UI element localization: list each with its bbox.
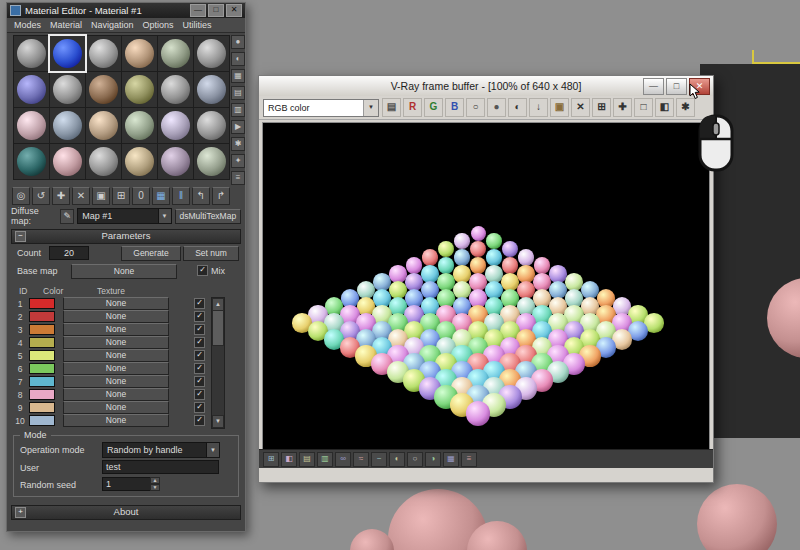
sample-slot[interactable] [86,72,121,107]
texture-none-button[interactable]: None [63,362,169,375]
map-type-button[interactable]: dsMultiTexMap [175,209,241,224]
sample-slot[interactable] [50,108,85,143]
texture-none-button[interactable]: None [63,297,169,310]
stamp-icon[interactable]: ▤ [299,452,315,467]
scroll-down-icon[interactable]: ▼ [212,415,224,428]
spinner-up-icon[interactable]: ▲ [150,477,160,484]
sample-slot[interactable] [158,108,193,143]
random-seed-input[interactable]: 1 [102,477,151,491]
reset-map-icon[interactable]: ✕ [72,187,90,205]
color-swatch[interactable] [29,337,55,348]
menu-navigation[interactable]: Navigation [91,20,134,30]
color-swatch[interactable] [29,389,55,400]
menu-utilities[interactable]: Utilities [183,20,212,30]
color-swatch[interactable] [29,376,55,387]
sample-slot[interactable] [86,108,121,143]
save-image-icon[interactable]: ↓ [529,98,548,117]
row-checkbox[interactable]: ✓ [194,337,205,348]
sample-slot[interactable] [122,144,157,179]
alpha-channel-icon[interactable]: ○ [466,98,485,117]
duplicate-to-host-icon[interactable]: ⊞ [592,98,611,117]
compare-ab-icon[interactable]: ◧ [281,452,297,467]
invert-icon[interactable]: ◐ [508,98,527,117]
texture-none-button[interactable]: None [63,323,169,336]
link-icon[interactable]: ∞ [335,452,351,467]
menu-modes[interactable]: Modes [14,20,41,30]
put-material-to-scene-icon[interactable]: ↺ [32,187,50,205]
fullscreen-icon[interactable]: ⊞ [263,452,279,467]
sample-tiling-icon[interactable]: ▤ [231,86,245,100]
make-preview-icon[interactable]: ▶ [231,120,245,134]
clear-image-icon[interactable]: ✕ [571,98,590,117]
texture-none-button[interactable]: None [63,401,169,414]
row-checkbox[interactable]: ✓ [194,389,205,400]
show-end-result-icon[interactable]: ‖ [172,187,190,205]
material-map-navigator-icon[interactable]: ≡ [231,171,245,185]
set-num-button[interactable]: Set num [183,246,239,261]
sample-slot[interactable] [158,72,193,107]
count-input[interactable]: 20 [49,246,89,260]
color-corrections-icon[interactable]: ◧ [655,98,674,117]
background-icon[interactable]: ▦ [231,69,245,83]
sample-slot[interactable] [14,144,49,179]
color-swatch[interactable] [29,298,55,309]
hue-icon[interactable]: ◑ [425,452,441,467]
sample-slot[interactable] [122,72,157,107]
make-unique-icon[interactable]: ▣ [92,187,110,205]
put-to-library-icon[interactable]: ⊞ [112,187,130,205]
about-rollout-header[interactable]: + About [11,505,241,520]
table-scrollbar[interactable]: ▲ ▼ [211,297,225,429]
vfb-history-icon[interactable]: ▤ [382,98,401,117]
options-icon[interactable]: ✱ [231,137,245,151]
mix-checkbox[interactable]: ✓ [197,265,208,276]
get-material-icon[interactable]: ◎ [12,187,30,205]
sample-slot[interactable] [194,144,229,179]
region-render-icon[interactable]: □ [634,98,653,117]
color-swatch[interactable] [29,324,55,335]
exposure-icon[interactable]: ◐ [389,452,405,467]
sample-slot[interactable] [122,108,157,143]
scrollbar-thumb[interactable] [212,310,224,346]
minimize-button[interactable]: — [643,78,664,95]
red-channel-icon[interactable]: R [403,98,422,117]
maximize-button[interactable]: □ [208,4,224,17]
sample-slot[interactable] [14,108,49,143]
sample-slot[interactable] [14,72,49,107]
expand-icon[interactable]: + [15,507,26,518]
collapse-icon[interactable]: − [15,231,26,242]
color-swatch[interactable] [29,311,55,322]
row-checkbox[interactable]: ✓ [194,350,205,361]
texture-none-button[interactable]: None [63,310,169,323]
blue-channel-icon[interactable]: B [445,98,464,117]
minimize-button[interactable]: — [190,4,206,17]
sample-slot[interactable] [122,36,157,71]
eyedropper-icon[interactable]: ✎ [60,209,74,224]
go-to-parent-icon[interactable]: ↰ [192,187,210,205]
curve-icon[interactable]: ~ [371,452,387,467]
row-checkbox[interactable]: ✓ [194,298,205,309]
texture-none-button[interactable]: None [63,349,169,362]
menu-options[interactable]: Options [143,20,174,30]
sample-slot[interactable] [158,144,193,179]
load-image-icon[interactable]: ▣ [550,98,569,117]
video-color-check-icon[interactable]: ▥ [231,103,245,117]
go-forward-icon[interactable]: ↱ [212,187,230,205]
generate-button[interactable]: Generate [121,246,181,261]
material-editor-titlebar[interactable]: Material Editor - Material #1 — □ ✕ [7,3,245,18]
sample-slot[interactable] [14,36,49,71]
row-checkbox[interactable]: ✓ [194,402,205,413]
green-channel-icon[interactable]: G [424,98,443,117]
row-checkbox[interactable]: ✓ [194,324,205,335]
sample-type-icon[interactable]: ● [231,35,245,49]
sample-slot[interactable] [50,72,85,107]
texture-none-button[interactable]: None [63,375,169,388]
monitor-icon[interactable]: ▥ [317,452,333,467]
close-button[interactable]: ✕ [226,4,242,17]
close-button[interactable]: ✕ [689,78,710,95]
background-toggle-icon[interactable]: ▦ [443,452,459,467]
sample-slot[interactable] [50,144,85,179]
render-history-icon[interactable]: ≡ [461,452,477,467]
seed-spinner[interactable]: ▲ ▼ [150,477,160,491]
texture-none-button[interactable]: None [63,414,169,427]
base-map-button[interactable]: None [71,264,177,279]
